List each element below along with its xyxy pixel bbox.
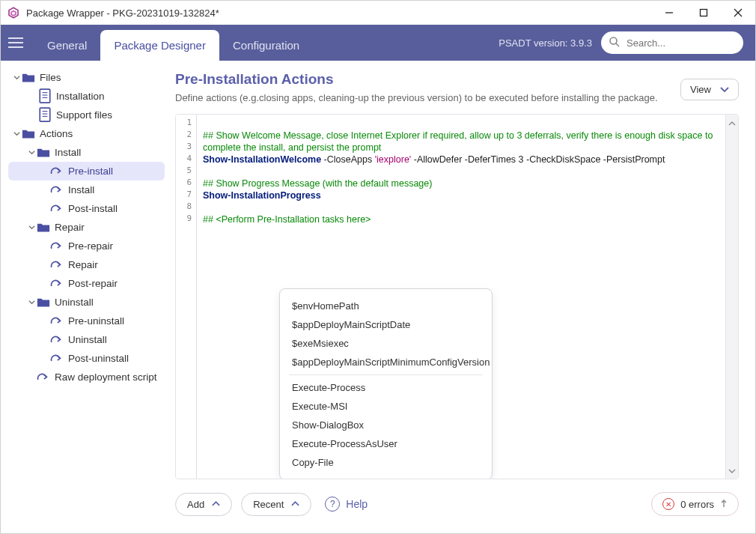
suggest-item[interactable]: Execute-ProcessAsUser	[280, 434, 492, 453]
tab-configuration[interactable]: Configuration	[219, 30, 313, 61]
chevron-up-icon	[212, 501, 220, 507]
action-arrow-icon	[50, 352, 64, 365]
line-number: 7	[176, 189, 196, 201]
sidebar-item-repair-action[interactable]: Repair	[8, 255, 165, 274]
folder-icon	[22, 71, 35, 85]
svg-rect-1	[701, 10, 707, 16]
sidebar-item-label: Pre-uninstall	[68, 315, 124, 327]
sidebar-item-uninstall[interactable]: Uninstall	[8, 293, 165, 312]
scroll-up-icon	[728, 116, 736, 130]
sidebar-item-installation[interactable]: Installation	[8, 87, 165, 106]
errors-button[interactable]: ✕ 0 errors	[651, 492, 739, 516]
sidebar-item-label: Post-uninstall	[68, 353, 129, 364]
line-number: 1	[176, 118, 196, 130]
sidebar-item-actions[interactable]: Actions	[8, 124, 165, 143]
svg-rect-13	[40, 109, 50, 122]
suggest-item[interactable]: Execute-MSI	[280, 397, 492, 416]
search-input[interactable]	[601, 31, 743, 54]
sidebar-item-raw-script[interactable]: Raw deployment script	[8, 368, 165, 386]
add-button[interactable]: Add	[175, 493, 232, 516]
suggest-item[interactable]: Show-DialogBox	[280, 416, 492, 434]
recent-button-label: Recent	[253, 499, 284, 510]
view-button[interactable]: View	[680, 79, 739, 100]
action-arrow-icon	[50, 333, 64, 347]
sidebar-item-label: Installation	[56, 91, 105, 102]
window-close-button[interactable]	[721, 1, 755, 25]
sidebar-item-support-files[interactable]: Support files	[8, 106, 165, 124]
sidebar: Files Installation Support files Actions…	[1, 61, 169, 533]
folder-icon	[37, 221, 50, 234]
sidebar-item-post-install[interactable]: Post-install	[8, 199, 165, 218]
window-title: Package Wrapper - PKG-20231019-132824*	[26, 7, 219, 19]
help-icon: ?	[325, 497, 340, 512]
document-icon	[38, 90, 52, 103]
sidebar-item-label: Install	[55, 147, 81, 158]
errors-label: 0 errors	[680, 499, 714, 510]
sidebar-item-install[interactable]: Install	[8, 143, 165, 162]
arrow-up-icon	[720, 499, 728, 510]
sidebar-item-pre-install[interactable]: Pre-install	[8, 162, 165, 180]
sidebar-item-label: Actions	[40, 128, 73, 139]
action-arrow-icon	[50, 202, 64, 216]
window-maximize-button[interactable]	[686, 1, 721, 25]
sidebar-item-label: Raw deployment script	[55, 371, 157, 383]
suggest-item[interactable]: Execute-Process	[280, 378, 492, 397]
line-number: 4	[176, 154, 196, 166]
add-button-label: Add	[187, 499, 204, 510]
suggest-item[interactable]: $appDeployMainScriptDate	[280, 315, 492, 334]
sidebar-item-pre-repair[interactable]: Pre-repair	[8, 237, 165, 255]
suggest-item[interactable]: $exeMsiexec	[280, 334, 492, 353]
sidebar-item-label: Pre-install	[68, 166, 113, 177]
sidebar-item-uninstall-action[interactable]: Uninstall	[8, 330, 165, 349]
chevron-up-icon	[291, 501, 299, 507]
app-logo-icon	[7, 6, 20, 19]
sidebar-item-repair[interactable]: Repair	[8, 218, 165, 237]
sidebar-item-pre-uninstall[interactable]: Pre-uninstall	[8, 312, 165, 330]
tab-package-designer[interactable]: Package Designer	[100, 30, 219, 61]
psadt-version-label: PSADT version: 3.9.3	[499, 37, 592, 49]
line-number: 8	[176, 201, 196, 213]
chevron-down-icon	[11, 74, 22, 81]
chevron-down-icon	[26, 149, 37, 156]
autocomplete-popup[interactable]: $envHomePath $appDeployMainScriptDate $e…	[279, 288, 493, 479]
action-arrow-icon	[37, 371, 50, 384]
line-number: 5	[176, 166, 196, 178]
bottom-toolbar: Add Recent ? Help ✕ 0 errors	[175, 487, 739, 521]
top-nav: General Package Designer Configuration P…	[1, 25, 755, 61]
action-arrow-icon	[50, 165, 64, 178]
suggest-divider	[289, 374, 483, 375]
suggest-item[interactable]: $appDeployMainScriptMinimumConfigVersion	[280, 353, 492, 371]
suggest-item[interactable]: Copy-File	[280, 453, 492, 472]
window-titlebar: Package Wrapper - PKG-20231019-132824*	[1, 1, 755, 25]
sidebar-item-label: Post-repair	[68, 278, 118, 289]
sidebar-item-label: Files	[40, 72, 61, 83]
page-title: Pre-Installation Actions	[175, 71, 680, 88]
help-button[interactable]: ? Help	[325, 497, 368, 512]
sidebar-item-post-uninstall[interactable]: Post-uninstall	[8, 349, 165, 368]
chevron-down-icon	[720, 87, 729, 93]
action-arrow-icon	[50, 183, 64, 197]
sidebar-item-label: Support files	[56, 109, 112, 121]
sidebar-item-files[interactable]: Files	[8, 68, 165, 87]
folder-icon	[22, 127, 35, 141]
error-x-icon: ✕	[662, 498, 674, 510]
sidebar-item-install-action[interactable]: Install	[8, 180, 165, 199]
main-panel: Pre-Installation Actions Define actions …	[169, 61, 755, 533]
sidebar-item-post-repair[interactable]: Post-repair	[8, 274, 165, 293]
view-button-label: View	[690, 84, 711, 95]
code-editor[interactable]: 123456789 ## Show Welcome Message, close…	[175, 114, 739, 479]
recent-button[interactable]: Recent	[241, 493, 311, 516]
hamburger-menu-button[interactable]	[1, 25, 31, 61]
tab-general[interactable]: General	[34, 30, 100, 61]
suggest-item[interactable]: $envHomePath	[280, 297, 492, 315]
editor-scrollbar[interactable]	[725, 115, 738, 479]
document-icon	[38, 109, 52, 122]
sidebar-item-label: Repair	[55, 222, 85, 233]
sidebar-item-label: Install	[68, 184, 94, 195]
sidebar-item-label: Repair	[68, 259, 98, 270]
svg-rect-9	[40, 90, 50, 103]
sidebar-item-label: Post-install	[68, 203, 118, 214]
window-minimize-button[interactable]	[652, 1, 686, 25]
folder-icon	[37, 296, 50, 309]
chevron-down-icon	[11, 130, 22, 137]
